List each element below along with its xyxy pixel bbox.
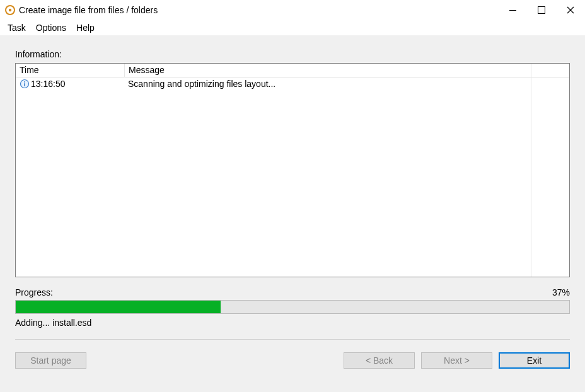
menu-task[interactable]: Task (3, 21, 31, 34)
close-button[interactable] (556, 0, 585, 20)
minimize-button[interactable] (498, 0, 527, 20)
app-icon (5, 5, 15, 15)
status-text: Adding... install.esd (15, 318, 570, 328)
separator (15, 339, 570, 340)
cell-time: 13:16:50 (16, 78, 124, 90)
window-title: Create image file from files / folders (19, 5, 498, 15)
table-row: 13:16:50 Scanning and optimizing files l… (16, 78, 569, 90)
progress-row: Progress: 37% (15, 287, 570, 297)
menu-options[interactable]: Options (31, 21, 71, 34)
svg-rect-6 (24, 83, 25, 86)
column-separator (531, 64, 531, 277)
start-page-button[interactable]: Start page (15, 352, 86, 369)
menubar: Task Options Help (0, 20, 585, 35)
column-message[interactable]: Message (125, 64, 569, 77)
column-time[interactable]: Time (16, 64, 124, 77)
spacer (93, 352, 337, 369)
client-area: Information: Time Message 13:16:50 Scann… (0, 35, 585, 392)
next-button[interactable]: Next > (421, 352, 492, 369)
progress-bar (15, 300, 570, 314)
titlebar: Create image file from files / folders (0, 0, 585, 20)
information-label: Information: (15, 49, 570, 59)
cell-message: Scanning and optimizing files layout... (124, 78, 569, 90)
svg-point-1 (9, 9, 11, 11)
svg-point-5 (24, 81, 25, 83)
progress-fill (16, 301, 221, 313)
cell-time-text: 13:16:50 (31, 79, 66, 89)
back-button[interactable]: < Back (344, 352, 415, 369)
exit-button[interactable]: Exit (499, 352, 570, 369)
information-table: Time Message 13:16:50 Scanning and optim… (15, 63, 570, 277)
info-icon (20, 79, 30, 89)
window-controls (498, 0, 585, 20)
progress-label: Progress: (15, 287, 53, 297)
menu-help[interactable]: Help (71, 21, 100, 34)
maximize-button[interactable] (527, 0, 556, 20)
buttons-row: Start page < Back Next > Exit (15, 352, 570, 369)
table-header: Time Message (16, 64, 569, 78)
progress-percent: 37% (552, 287, 570, 297)
